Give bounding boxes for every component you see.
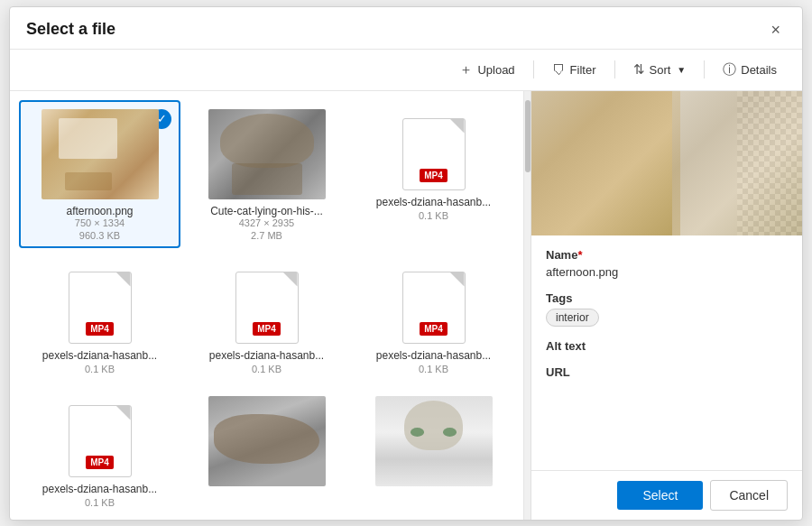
mp4-badge: MP4 bbox=[86, 322, 114, 336]
mp4-badge: MP4 bbox=[420, 322, 448, 336]
dialog-header: Select a file × bbox=[10, 7, 802, 50]
close-button[interactable]: × bbox=[765, 20, 786, 40]
file-name: pexels-dziana-hasanb... bbox=[42, 483, 157, 495]
name-value: afternoon.png bbox=[546, 265, 788, 279]
file-item[interactable] bbox=[353, 387, 514, 515]
alt-text-field-group: Alt text bbox=[546, 339, 788, 353]
file-grid: ✓ afternoon.png 750 × 1334 960.3 KB bbox=[19, 100, 514, 515]
details-label: Details bbox=[741, 63, 777, 77]
filter-label: Filter bbox=[570, 63, 596, 77]
mp4-icon: MP4 bbox=[231, 263, 303, 344]
file-page-icon: MP4 bbox=[69, 405, 132, 477]
tags-field-group: Tags interior bbox=[546, 291, 788, 327]
mp4-icon: MP4 bbox=[398, 109, 470, 190]
file-name: pexels-dziana-hasanb... bbox=[376, 196, 491, 208]
file-dimensions: 750 × 1334 bbox=[75, 217, 125, 228]
filter-icon: ⛉ bbox=[552, 62, 566, 78]
file-page-icon: MP4 bbox=[69, 272, 132, 344]
file-item[interactable]: Cute-cat-lying-on-his-... 4327 × 2935 2.… bbox=[186, 100, 347, 248]
file-thumbnail bbox=[208, 396, 326, 486]
file-thumbnail bbox=[208, 109, 326, 199]
info-icon: ⓘ bbox=[723, 61, 736, 78]
file-size: 0.1 KB bbox=[85, 497, 115, 508]
scroll-thumb[interactable] bbox=[525, 100, 531, 172]
file-item[interactable] bbox=[186, 387, 347, 515]
required-marker: * bbox=[577, 248, 582, 262]
file-item[interactable]: MP4 pexels-dziana-hasanb... 0.1 KB bbox=[19, 254, 180, 382]
toolbar-separator bbox=[533, 60, 534, 78]
toolbar: ＋ Upload ⛉ Filter ⇅ Sort ▼ ⓘ Details bbox=[10, 50, 802, 91]
alt-text-label: Alt text bbox=[546, 339, 788, 353]
chevron-down-icon: ▼ bbox=[677, 65, 686, 75]
file-name: pexels-dziana-hasanb... bbox=[209, 349, 324, 362]
cancel-button[interactable]: Cancel bbox=[710, 480, 788, 511]
upload-label: Upload bbox=[477, 63, 514, 77]
file-thumbnail bbox=[42, 109, 159, 199]
mp4-icon: MP4 bbox=[398, 263, 470, 344]
plus-icon: ＋ bbox=[459, 61, 473, 78]
name-label: Name* bbox=[546, 248, 788, 262]
url-field-group: URL bbox=[546, 365, 788, 379]
preview-image-left bbox=[531, 91, 680, 235]
name-field-group: Name* afternoon.png bbox=[546, 248, 788, 279]
sort-icon: ⇅ bbox=[633, 61, 645, 78]
url-label: URL bbox=[546, 365, 788, 379]
sort-label: Sort bbox=[650, 63, 671, 77]
preview-image-right bbox=[672, 91, 802, 235]
file-item[interactable]: MP4 pexels-dziana-hasanb... 0.1 KB bbox=[186, 254, 347, 382]
upload-button[interactable]: ＋ Upload bbox=[450, 57, 523, 83]
tag-chip[interactable]: interior bbox=[546, 309, 599, 327]
sort-button[interactable]: ⇅ Sort ▼ bbox=[624, 57, 696, 82]
file-name: afternoon.png bbox=[66, 205, 133, 217]
mp4-badge: MP4 bbox=[420, 169, 448, 182]
select-file-dialog: Select a file × ＋ Upload ⛉ Filter ⇅ Sort… bbox=[9, 6, 803, 521]
dialog-body: ✓ afternoon.png 750 × 1334 960.3 KB bbox=[10, 91, 802, 520]
file-thumbnail bbox=[375, 396, 493, 486]
file-item[interactable]: MP4 pexels-dziana-hasanb... 0.1 KB bbox=[353, 254, 514, 382]
mp4-badge: MP4 bbox=[253, 322, 281, 336]
details-pane: Name* afternoon.png Tags interior Alt te… bbox=[531, 91, 802, 520]
scroll-track bbox=[524, 91, 531, 520]
file-size: 0.1 KB bbox=[85, 364, 115, 374]
preview-area bbox=[531, 91, 802, 235]
file-page-icon: MP4 bbox=[402, 272, 466, 344]
file-name: pexels-dziana-hasanb... bbox=[376, 349, 491, 362]
mp4-icon: MP4 bbox=[64, 396, 136, 477]
filter-button[interactable]: ⛉ Filter bbox=[543, 58, 605, 82]
file-size: 0.1 KB bbox=[419, 210, 448, 221]
file-page-icon: MP4 bbox=[402, 118, 466, 190]
toolbar-separator-2 bbox=[614, 60, 615, 78]
dialog-title: Select a file bbox=[26, 20, 115, 39]
toolbar-separator-3 bbox=[704, 60, 705, 78]
select-button[interactable]: Select bbox=[617, 481, 703, 510]
details-button[interactable]: ⓘ Details bbox=[714, 57, 786, 83]
preview-overlay bbox=[672, 91, 802, 235]
file-size: 2.7 MB bbox=[251, 230, 282, 241]
file-item[interactable]: ✓ afternoon.png 750 × 1334 960.3 KB bbox=[19, 100, 180, 248]
file-size: 0.1 KB bbox=[419, 364, 448, 374]
file-item[interactable]: MP4 pexels-dziana-hasanb... 0.1 KB bbox=[353, 100, 514, 248]
file-size: 0.1 KB bbox=[252, 364, 281, 374]
dialog-footer: Select Cancel bbox=[531, 470, 802, 520]
file-dimensions: 4327 × 2935 bbox=[239, 217, 294, 228]
file-page-icon: MP4 bbox=[235, 272, 299, 344]
file-name: pexels-dziana-hasanb... bbox=[42, 349, 157, 362]
file-size: 960.3 KB bbox=[79, 230, 120, 241]
details-fields: Name* afternoon.png Tags interior Alt te… bbox=[531, 235, 802, 470]
tags-container: interior bbox=[546, 309, 788, 327]
file-item[interactable]: MP4 pexels-dziana-hasanb... 0.1 KB bbox=[19, 387, 180, 515]
file-name: Cute-cat-lying-on-his-... bbox=[210, 205, 323, 217]
tags-label: Tags bbox=[546, 291, 788, 305]
file-grid-pane: ✓ afternoon.png 750 × 1334 960.3 KB bbox=[10, 91, 524, 520]
mp4-badge: MP4 bbox=[86, 456, 114, 469]
mp4-icon: MP4 bbox=[64, 263, 136, 344]
